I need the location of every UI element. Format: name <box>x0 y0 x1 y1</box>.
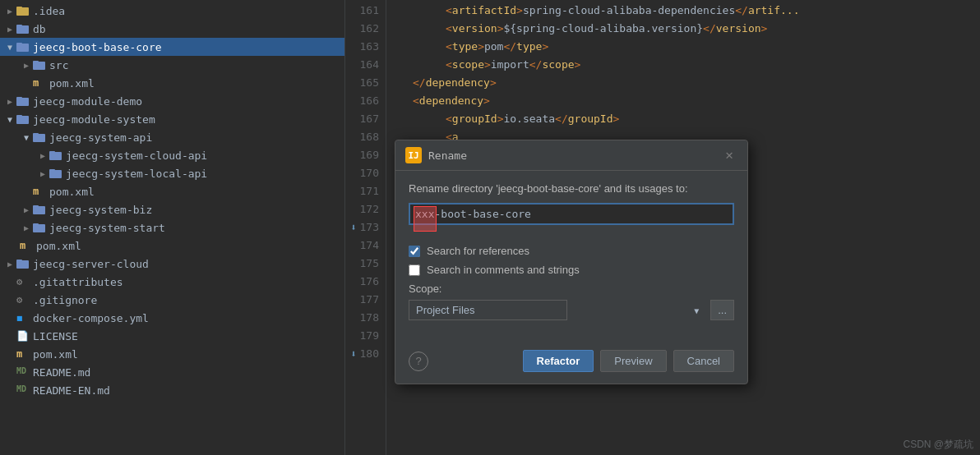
rename-dialog: IJ Rename ✕ Rename directory 'jeecg-boot… <box>395 140 748 384</box>
tree-item-jeecg-system-start[interactable]: ▶ jeecg-system-start <box>0 218 344 237</box>
folder-icon <box>16 258 30 269</box>
tree-item-jeecg-system-local-api[interactable]: ▶ jeecg-system-local-api <box>0 164 344 182</box>
tree-item-jeecg-module-demo[interactable]: ▶ jeecg-module-demo <box>0 92 344 110</box>
tree-item-jeecg-module-system[interactable]: ▼ jeecg-module-system <box>0 110 344 128</box>
scope-settings-button[interactable]: ... <box>710 300 734 320</box>
tree-label: jeecg-server-cloud <box>33 258 149 270</box>
tree-arrow: ▶ <box>36 151 49 160</box>
tree-item-pom4[interactable]: m pom.xml <box>0 345 344 363</box>
tree-arrow: ▶ <box>36 169 49 178</box>
tree-label: README-EN.md <box>33 384 110 397</box>
file-tree: ▶ .idea ▶ db ▼ jeecg-boot-base-core ▶ sr… <box>0 0 345 455</box>
tree-label: pom.xml <box>49 186 95 198</box>
tree-item-jeecg-boot-base-core[interactable]: ▼ jeecg-boot-base-core <box>0 38 344 56</box>
search-comments-row: Search in comments and strings <box>409 264 734 276</box>
folder-icon <box>16 113 30 125</box>
line-num: 161 <box>345 2 379 20</box>
help-button[interactable]: ? <box>409 352 428 371</box>
tree-item-jeecg-system-biz[interactable]: ▶ jeecg-system-biz <box>0 200 344 218</box>
line-num: 175 <box>345 255 379 273</box>
svg-rect-13 <box>33 133 39 136</box>
gutter-icon: ⬇ <box>350 218 356 237</box>
pom-icon: m <box>16 348 30 360</box>
dialog-description: Rename directory 'jeecg-boot-base-core' … <box>409 182 734 195</box>
dialog-body: Rename directory 'jeecg-boot-base-core' … <box>395 171 747 343</box>
svg-rect-23 <box>16 260 22 262</box>
tree-item-docker-compose[interactable]: ◼ docker-compose.yml <box>0 309 344 327</box>
line-num: 178 <box>345 309 379 327</box>
tree-item-gitignore[interactable]: ⚙ .gitignore <box>0 291 344 309</box>
folder-icon-db <box>16 23 30 34</box>
rename-input[interactable] <box>409 203 734 225</box>
folder-icon-idea <box>16 5 30 16</box>
tree-item-jeecg-system-api[interactable]: ▼ jeecg-system-api <box>0 128 344 146</box>
dialog-close-button[interactable]: ✕ <box>721 149 737 162</box>
line-num: 168 <box>345 128 379 146</box>
svg-rect-1 <box>16 7 22 9</box>
tree-label: jeecg-system-api <box>49 131 152 144</box>
tree-label: jeecg-module-system <box>33 113 155 126</box>
tree-item-pom2[interactable]: m pom.xml <box>0 182 344 200</box>
preview-button[interactable]: Preview <box>600 350 666 372</box>
tree-item-readme-en[interactable]: MD README-EN.md <box>0 381 344 399</box>
refactor-button[interactable]: Refactor <box>523 350 594 372</box>
line-num: 164 <box>345 56 379 74</box>
tree-item-readme[interactable]: MD README.md <box>0 363 344 381</box>
folder-icon <box>49 149 62 161</box>
line-num: 177 <box>345 291 379 309</box>
search-comments-checkbox[interactable] <box>409 264 420 276</box>
code-line: <groupId>io.seata</groupId> <box>396 110 980 128</box>
pom-icon: m <box>33 77 46 89</box>
tree-arrow-db: ▶ <box>3 25 16 34</box>
gutter-icon: ⬇ <box>350 345 356 363</box>
dialog-titlebar: IJ Rename ✕ <box>395 140 747 171</box>
tree-label: jeecg-module-demo <box>33 95 142 108</box>
tree-item-pom3[interactable]: m pom.xml <box>0 237 344 255</box>
cancel-button[interactable]: Cancel <box>673 350 734 372</box>
line-num: 166 <box>345 92 379 110</box>
folder-icon <box>33 131 46 143</box>
code-line: </dependency> <box>396 74 980 92</box>
folder-icon <box>33 222 46 233</box>
line-num: 176 <box>345 273 379 291</box>
folder-icon-src <box>33 59 46 71</box>
line-num: ⬇ 180 <box>345 345 379 363</box>
folder-icon <box>33 204 46 215</box>
tree-item-pom1[interactable]: m pom.xml <box>0 74 344 92</box>
file-icon: 📄 <box>16 330 30 342</box>
tree-arrow: ▶ <box>3 260 16 269</box>
search-references-checkbox[interactable] <box>409 246 420 257</box>
tree-item-jeecg-server-cloud[interactable]: ▶ jeecg-server-cloud <box>0 255 344 273</box>
scope-select[interactable]: Project Files All Places Module 'jeecg-b… <box>409 300 567 320</box>
tree-label: jeecg-system-local-api <box>66 168 207 180</box>
tree-item-src[interactable]: ▶ src <box>0 56 344 74</box>
search-references-row: Search for references <box>409 245 734 257</box>
tree-item-db[interactable]: ▶ db <box>0 20 344 38</box>
tree-label: jeecg-system-biz <box>49 204 152 216</box>
line-num: 169 <box>345 146 379 164</box>
svg-rect-19 <box>33 205 39 208</box>
watermark: CSDN @梦疏坑 <box>903 438 973 452</box>
code-line: <type>pom</type> <box>396 38 980 56</box>
tree-item-jeecg-system-cloud-api[interactable]: ▶ jeecg-system-cloud-api <box>0 146 344 164</box>
tree-arrow: ▼ <box>20 133 33 142</box>
tree-label: .gitattributes <box>33 276 123 288</box>
tree-item-idea[interactable]: ▶ .idea <box>0 2 344 20</box>
line-num: ⬇ 173 <box>345 218 379 237</box>
folder-icon-jeecg-boot <box>16 41 30 53</box>
tree-label: pom.xml <box>33 348 78 361</box>
folder-icon <box>49 168 62 179</box>
tree-label: .gitignore <box>33 294 97 306</box>
scope-select-wrapper: Project Files All Places Module 'jeecg-b… <box>409 300 705 320</box>
pom-icon: m <box>33 186 46 197</box>
tree-label: LICENSE <box>33 330 78 342</box>
svg-rect-3 <box>16 25 22 27</box>
tree-arrow: ▼ <box>3 115 16 124</box>
tree-label: pom.xml <box>49 77 95 90</box>
dialog-app-icon: IJ <box>405 147 422 163</box>
pom-icon: m <box>20 240 33 251</box>
tree-item-license[interactable]: 📄 LICENSE <box>0 327 344 345</box>
tree-arrow-idea: ▶ <box>3 7 16 16</box>
svg-rect-7 <box>33 61 39 63</box>
tree-item-gitattributes[interactable]: ⚙ .gitattributes <box>0 273 344 291</box>
